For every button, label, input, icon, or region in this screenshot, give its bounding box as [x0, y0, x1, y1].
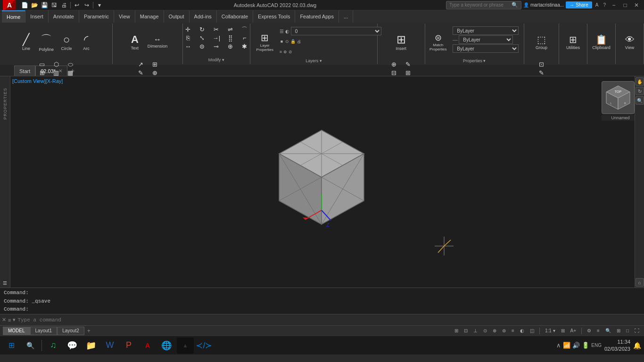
share-button[interactable]: → Share: [566, 1, 592, 8]
scale-button[interactable]: ⤡: [196, 34, 209, 42]
edit-block-button[interactable]: ✎: [402, 60, 415, 68]
help-icon[interactable]: ?: [602, 2, 607, 8]
minimize-button[interactable]: −: [609, 1, 619, 9]
otrack-button[interactable]: ⊚: [500, 328, 508, 334]
tab-insert[interactable]: Insert: [25, 10, 49, 23]
save-button[interactable]: 💾: [40, 1, 49, 9]
taskbar-powerpoint[interactable]: P: [120, 337, 137, 354]
properties-group-label[interactable]: Properties ▾: [463, 58, 486, 64]
trim-button[interactable]: ✂: [210, 25, 223, 33]
qa-dropdown[interactable]: ▾: [95, 1, 104, 9]
left-panel-icon[interactable]: ☰: [3, 280, 7, 286]
array-button[interactable]: ⣿: [224, 34, 237, 42]
block3-button[interactable]: ⊟: [388, 69, 401, 77]
tray-up-icon[interactable]: ∧: [556, 342, 561, 349]
create-block-button[interactable]: ⊕: [388, 60, 401, 68]
line-button[interactable]: ╱ Line: [17, 25, 35, 58]
utilities-button[interactable]: ⊞ Utilities: [564, 25, 583, 58]
cmd-settings-icon[interactable]: ▾: [13, 317, 16, 323]
hatch-button[interactable]: ▥: [50, 69, 63, 77]
clipboard-button[interactable]: 📋 Clipboard: [590, 25, 613, 58]
offset-button[interactable]: ⊜: [196, 42, 209, 50]
open-button[interactable]: 📂: [30, 1, 39, 9]
grid-snap-button[interactable]: ⊞: [453, 328, 460, 334]
taskbar-clock[interactable]: 11:34 02/03/2023: [604, 338, 630, 352]
move-button[interactable]: ✛: [182, 25, 195, 33]
print-button[interactable]: 🖨: [59, 1, 69, 9]
stretch-button[interactable]: ↔: [182, 42, 195, 50]
table-button[interactable]: ⊞: [148, 60, 161, 68]
view-cube[interactable]: TOP L R Unnamed: [602, 81, 639, 121]
model-tab[interactable]: MODEL: [3, 327, 30, 335]
tab-view[interactable]: View: [114, 10, 135, 23]
center-button[interactable]: ⊕: [148, 69, 161, 77]
osnap-button[interactable]: ⊕: [491, 328, 498, 334]
tab-home[interactable]: Home: [2, 10, 25, 23]
tab-featured[interactable]: Featured Apps: [295, 10, 339, 23]
cmd-recent-icon[interactable]: ≡: [8, 317, 11, 323]
saveas-button[interactable]: 🖫: [50, 1, 59, 9]
fillet-button[interactable]: ⌒: [238, 25, 251, 33]
copy-button[interactable]: ⎘: [182, 34, 195, 42]
transparency-button[interactable]: ◐: [518, 328, 526, 334]
insert-block-button[interactable]: ⊞ Insert: [392, 25, 411, 58]
polyline-button[interactable]: ⌒ Polyline: [36, 25, 56, 58]
dimension-button[interactable]: ↔ Dimension: [145, 25, 170, 58]
tab-parametric[interactable]: Parametric: [79, 10, 114, 23]
tab-collaborate[interactable]: Collaborate: [217, 10, 253, 23]
chamfer-button[interactable]: ⌐: [238, 34, 251, 42]
text-button[interactable]: A Text: [125, 25, 144, 58]
break-button[interactable]: ⊸: [210, 42, 223, 50]
undo-button[interactable]: ↩: [72, 1, 82, 9]
taskbar-explorer[interactable]: 📁: [83, 337, 99, 354]
tab-addins[interactable]: Add-ins: [190, 10, 217, 23]
taskbar-whatsapp[interactable]: 💬: [64, 337, 81, 354]
rectangle-button[interactable]: ▭: [35, 60, 49, 68]
redo-button[interactable]: ↪: [82, 1, 91, 9]
command-input[interactable]: [17, 317, 642, 323]
pan-button[interactable]: ✋: [636, 77, 644, 86]
match-properties-button[interactable]: ⊜ Match Properties: [426, 25, 450, 58]
ungroup-button[interactable]: ⊡: [535, 60, 548, 68]
battery-icon[interactable]: 🔋: [582, 342, 589, 349]
notifications-icon[interactable]: 🔔: [633, 342, 641, 349]
view-button[interactable]: 👁 View: [620, 25, 639, 58]
ortho-button[interactable]: ⊥: [471, 328, 479, 334]
zoom-status[interactable]: 🔍: [603, 328, 613, 334]
new-button[interactable]: 📄: [20, 1, 29, 9]
start-button[interactable]: ⊞: [3, 337, 20, 354]
annotation-auto[interactable]: A+: [569, 328, 578, 334]
linetype-dropdown[interactable]: ByLayer: [459, 35, 513, 44]
rotate-button[interactable]: ↻: [196, 25, 209, 33]
leader-button[interactable]: ↗: [134, 60, 147, 68]
group-edit-button[interactable]: ✎: [535, 69, 548, 77]
tab-annotate[interactable]: Annotate: [49, 10, 79, 23]
tab-output[interactable]: Output: [164, 10, 190, 23]
snap-button[interactable]: ⊡: [462, 328, 470, 334]
layers-group-label[interactable]: Layers ▾: [305, 58, 322, 64]
workspace-settings[interactable]: ⚙: [585, 328, 593, 334]
lineweight-button[interactable]: ≡: [510, 328, 516, 334]
layer-dropdown[interactable]: 0: [291, 27, 381, 35]
taskbar-autocad[interactable]: A: [139, 337, 156, 354]
cmd-cancel-icon[interactable]: ✕: [2, 317, 6, 323]
taskbar-app2[interactable]: ▲: [177, 337, 194, 354]
circle-button[interactable]: ○ Circle: [57, 25, 76, 58]
layer-properties-button[interactable]: ⊞ Layer Properties: [253, 25, 277, 58]
zoom-button[interactable]: 🔍: [636, 96, 644, 105]
join-button[interactable]: ⊕: [224, 42, 237, 50]
modify-group-label[interactable]: Modify ▾: [208, 58, 224, 63]
layout2-tab[interactable]: Layout2: [57, 327, 84, 335]
nav-home-button[interactable]: ⌂: [636, 278, 644, 287]
annotation-scale[interactable]: 1:1 ▾: [543, 328, 557, 334]
taskbar-chrome[interactable]: 🌐: [158, 337, 175, 354]
orbit-button[interactable]: ↻: [636, 87, 644, 95]
search-bar[interactable]: 🔍: [446, 1, 521, 9]
lineweight-dropdown[interactable]: ByLayer: [453, 44, 519, 53]
user-info[interactable]: 👤 martacristinaa...: [523, 2, 564, 8]
selection-button[interactable]: ◫: [528, 328, 536, 334]
tab-express[interactable]: Express Tools: [253, 10, 295, 23]
group-button[interactable]: ⬚ Group: [532, 25, 551, 58]
extend-button[interactable]: →|: [210, 34, 223, 42]
taskbar-spotify[interactable]: ♫: [45, 337, 62, 354]
